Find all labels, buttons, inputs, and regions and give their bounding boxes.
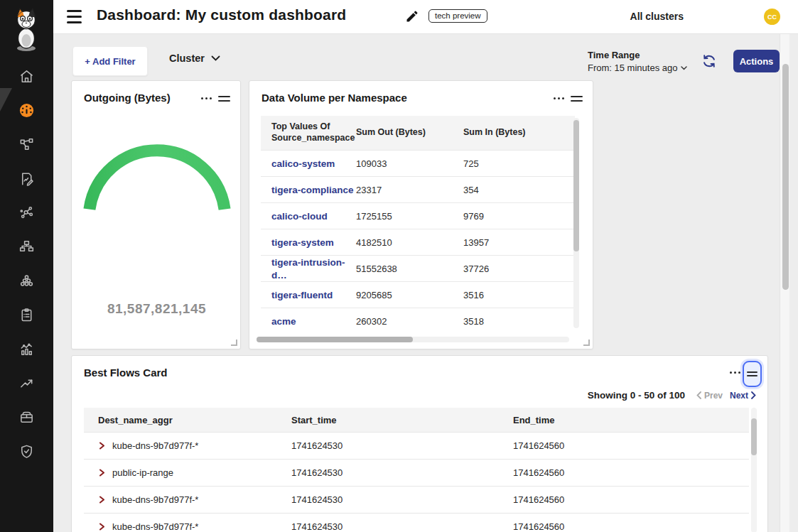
dest-name: kube-dns-9b7d977f-* <box>112 440 198 451</box>
end-time: 1741624560 <box>513 440 749 451</box>
all-clusters-selector[interactable]: All clusters <box>630 11 684 22</box>
showing-count: Showing 0 - 50 of 100 <box>588 390 685 401</box>
end-time: 1741624560 <box>513 494 749 505</box>
sum-in-value: 37726 <box>463 264 575 274</box>
scrollbar-thumb[interactable] <box>782 64 789 290</box>
namespace-link[interactable]: tigera-fluentd <box>271 290 333 300</box>
dest-name: kube-dns-9b7d977f-* <box>112 521 198 532</box>
column-header[interactable]: Dest_name_aggr <box>84 415 291 425</box>
avatar[interactable]: CC <box>764 9 780 25</box>
next-button[interactable]: Next <box>730 391 756 401</box>
actions-button[interactable]: Actions <box>733 50 780 72</box>
drag-handle-icon[interactable] <box>571 96 583 102</box>
card-menu-icon[interactable] <box>554 97 564 99</box>
dest-name: kube-dns-9b7d977f-* <box>112 494 198 505</box>
home-icon[interactable] <box>0 67 53 85</box>
chevron-right-icon <box>751 391 756 399</box>
sum-out-value: 1725155 <box>356 211 463 222</box>
table-row: acme 260302 3518 <box>261 308 575 334</box>
table-vertical-scrollbar[interactable] <box>573 118 579 328</box>
table-horizontal-scrollbar[interactable] <box>257 337 569 342</box>
data-volume-table: Top Values Of Source_namespace Sum Out (… <box>261 116 575 334</box>
statistics-icon[interactable] <box>0 340 53 357</box>
card-menu-icon[interactable] <box>730 371 740 374</box>
tech-preview-badge: tech preview <box>428 9 487 23</box>
sum-in-value: 13957 <box>463 237 575 248</box>
pagination: Showing 0 - 50 of 100 Prev Next <box>588 390 756 401</box>
app-screen: Dashboard: My custom dashboard tech prev… <box>0 0 798 532</box>
namespace-link[interactable]: tigera-compliance <box>271 185 354 195</box>
resize-handle[interactable] <box>583 340 590 346</box>
sum-in-value: 9769 <box>463 211 575 222</box>
time-range-value: From: 15 minutes ago <box>588 63 677 73</box>
namespace-link[interactable]: tigera-intrusion-d… <box>271 257 345 281</box>
add-filter-button[interactable]: + Add Filter <box>72 46 148 76</box>
time-range-control[interactable]: Time Range From: 15 minutes ago <box>588 50 687 73</box>
sum-in-value: 725 <box>463 158 575 169</box>
sum-out-value: 51552638 <box>356 264 463 274</box>
cluster-dropdown-label: Cluster <box>169 53 205 64</box>
chevron-down-icon <box>211 55 220 61</box>
expand-chevron-icon[interactable] <box>98 523 106 531</box>
dashboard-gauge-icon[interactable] <box>0 102 53 119</box>
shield-check-icon[interactable] <box>0 443 53 460</box>
sum-out-value: 23317 <box>356 185 463 195</box>
prev-button[interactable]: Prev <box>696 391 723 401</box>
drag-handle-icon-focused[interactable] <box>743 361 762 387</box>
table-row: tigera-intrusion-d… 51552638 37726 <box>261 255 575 281</box>
start-time: 1741624530 <box>291 440 513 451</box>
column-header[interactable]: End_time <box>513 415 749 425</box>
scrollbar-thumb[interactable] <box>751 418 757 455</box>
trending-icon[interactable] <box>0 374 53 391</box>
sum-in-value: 3516 <box>463 290 575 300</box>
table-row: tigera-system 4182510 13957 <box>261 229 575 255</box>
column-header[interactable]: Top Values Of Source_namespace <box>261 121 356 143</box>
compliance-clipboard-icon[interactable] <box>0 306 53 323</box>
calico-cat-logo[interactable] <box>11 7 42 53</box>
sum-out-value: 109033 <box>356 158 463 169</box>
expand-chevron-icon[interactable] <box>98 469 106 477</box>
namespace-link[interactable]: calico-system <box>271 158 335 169</box>
table-vertical-scrollbar[interactable] <box>751 408 757 532</box>
hamburger-menu-icon[interactable] <box>67 10 82 23</box>
page-scrollbar[interactable] <box>780 34 789 532</box>
refresh-icon[interactable] <box>701 53 717 69</box>
table-row: tigera-compliance 23317 354 <box>261 176 575 202</box>
service-graph-icon[interactable] <box>0 136 53 153</box>
namespace-link[interactable]: tigera-system <box>271 237 334 248</box>
table-row: kube-dns-9b7d977f-* 1741624530 174162456… <box>84 432 749 459</box>
gauge-value: 81,587,821,145 <box>72 301 242 317</box>
table-row: public-ip-range 1741624530 1741624560 <box>84 459 749 486</box>
scrollbar-thumb[interactable] <box>573 120 579 251</box>
end-time: 1741624560 <box>513 521 749 532</box>
resize-handle[interactable] <box>231 340 237 346</box>
expand-chevron-icon[interactable] <box>98 442 106 450</box>
sum-out-value: 9205685 <box>356 290 463 300</box>
data-volume-card: Data Volume per Namespace Top Values Of … <box>249 80 593 349</box>
threat-graph-icon[interactable] <box>0 204 53 221</box>
table-row: tigera-fluentd 9205685 3516 <box>261 281 575 308</box>
column-header[interactable]: Sum In (Bytes) <box>463 127 575 139</box>
cluster-dropdown[interactable]: Cluster <box>169 53 220 64</box>
sum-out-value: 4182510 <box>356 237 463 248</box>
table-header-row: Dest_name_aggr Start_time End_time <box>84 408 749 432</box>
workloads-icon[interactable] <box>0 272 53 289</box>
namespace-link[interactable]: calico-cloud <box>271 211 328 222</box>
packages-icon[interactable] <box>0 408 53 425</box>
namespace-link[interactable]: acme <box>271 316 296 327</box>
column-header[interactable]: Sum Out (Bytes) <box>356 127 463 139</box>
time-range-label: Time Range <box>588 50 687 60</box>
end-time: 1741624560 <box>513 467 749 478</box>
network-sets-icon[interactable] <box>0 238 53 255</box>
sum-out-value: 260302 <box>356 316 463 327</box>
card-title: Best Flows Card <box>84 367 168 379</box>
expand-chevron-icon[interactable] <box>98 496 106 504</box>
sidebar <box>0 0 53 532</box>
column-header[interactable]: Start_time <box>291 415 513 425</box>
edit-pencil-icon[interactable] <box>405 9 419 23</box>
table-row: kube-dns-9b7d977f-* 1741624530 174162456… <box>84 513 749 532</box>
scrollbar-thumb[interactable] <box>257 337 413 342</box>
start-time: 1741624530 <box>291 494 513 505</box>
logs-report-icon[interactable] <box>0 170 53 187</box>
card-title: Data Volume per Namespace <box>261 92 407 104</box>
